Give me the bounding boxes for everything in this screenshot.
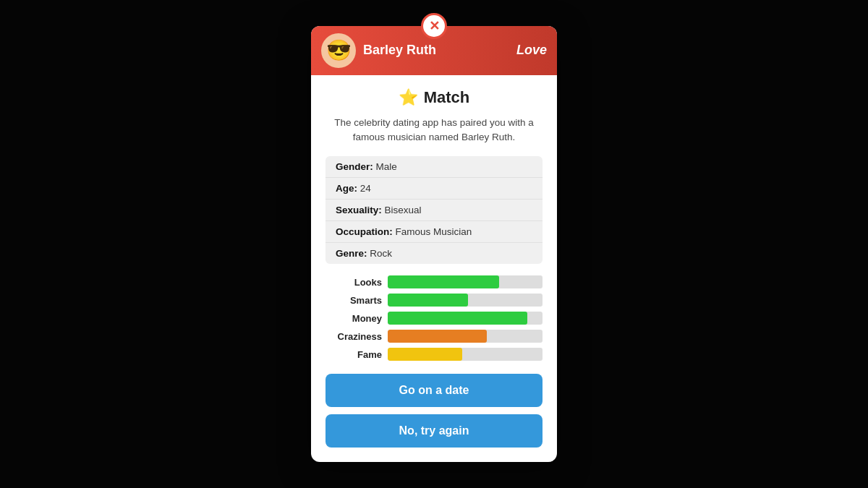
stat-row: Occupation: Famous Musician: [326, 221, 542, 243]
close-button[interactable]: ✕: [421, 13, 447, 39]
stat-value: Famous Musician: [396, 226, 472, 237]
modal-body: ⭐ Match The celebrity dating app has pai…: [311, 75, 557, 463]
bar-label: Fame: [326, 349, 382, 360]
close-icon: ✕: [429, 20, 440, 33]
bar-row: Smarts: [326, 294, 542, 307]
bar-fill: [388, 312, 527, 325]
stat-row: Sexuality: Bisexual: [326, 200, 542, 221]
bar-label: Money: [326, 313, 382, 324]
stat-value: Bisexual: [385, 205, 422, 215]
bar-fill: [388, 294, 468, 307]
stat-row: Genre: Rock: [326, 243, 542, 264]
stats-table: Gender: MaleAge: 24Sexuality: BisexualOc…: [326, 156, 542, 264]
modal-wrapper: ✕ 😎 Barley Ruth Love ⭐ Match The celebri…: [311, 26, 557, 463]
bar-row: Money: [326, 312, 542, 325]
bar-label: Craziness: [326, 331, 382, 342]
bar-track: [388, 275, 542, 288]
stat-value: Rock: [370, 248, 392, 259]
bar-label: Smarts: [326, 295, 382, 306]
stat-label: Age:: [336, 183, 357, 194]
bars-section: Looks Smarts Money Craziness Fame: [326, 275, 542, 361]
match-title: ⭐ Match: [326, 88, 542, 107]
character-name: Barley Ruth: [363, 43, 509, 58]
match-description: The celebrity dating app has paired you …: [326, 116, 542, 145]
relationship-status: Love: [516, 43, 547, 58]
stat-label: Genre:: [336, 248, 367, 259]
star-icon: ⭐: [399, 88, 418, 107]
bar-fill: [388, 275, 499, 288]
bar-label: Looks: [326, 277, 382, 288]
bar-fill: [388, 330, 487, 343]
match-label: Match: [424, 88, 470, 107]
bar-row: Looks: [326, 275, 542, 288]
avatar: 😎: [321, 33, 356, 68]
bar-row: Fame: [326, 348, 542, 361]
stat-value: 24: [360, 183, 371, 194]
match-modal: 😎 Barley Ruth Love ⭐ Match The celebrity…: [311, 26, 557, 463]
bar-track: [388, 294, 542, 307]
go-on-date-button[interactable]: Go on a date: [326, 374, 542, 407]
bar-track: [388, 330, 542, 343]
bar-row: Craziness: [326, 330, 542, 343]
stat-label: Occupation:: [336, 226, 393, 237]
stat-label: Sexuality:: [336, 205, 382, 215]
bar-track: [388, 312, 542, 325]
stat-row: Gender: Male: [326, 156, 542, 178]
bar-fill: [388, 348, 462, 361]
stat-label: Gender:: [336, 161, 373, 172]
stat-value: Male: [376, 161, 397, 172]
stat-row: Age: 24: [326, 178, 542, 200]
no-try-again-button[interactable]: No, try again: [326, 414, 542, 448]
bar-track: [388, 348, 542, 361]
